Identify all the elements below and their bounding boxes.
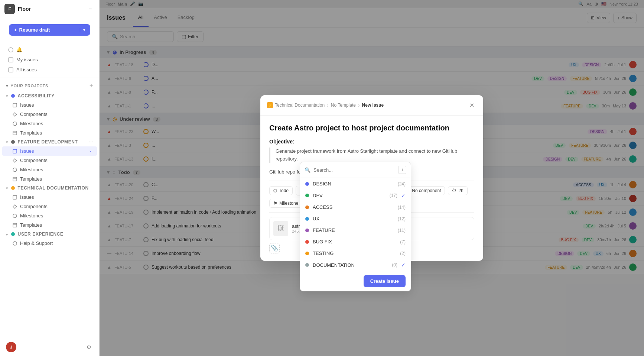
templates-icon bbox=[13, 131, 17, 135]
feature-templates-icon bbox=[13, 177, 17, 181]
project-techdoc-header[interactable]: ▾ TECHNICAL DOCUMENTATION bbox=[0, 184, 99, 192]
sidebar-item-accessibility-milestones[interactable]: Milestones bbox=[2, 119, 97, 128]
feature-more-icon[interactable]: ··· bbox=[89, 140, 93, 144]
sidebar-actions: ≡ bbox=[86, 4, 95, 13]
modal-close-button[interactable]: ✕ bbox=[467, 100, 477, 110]
svg-rect-7 bbox=[13, 149, 17, 153]
sidebar-item-feature-templates[interactable]: Templates bbox=[2, 174, 97, 184]
sidebar-item-feature-components[interactable]: Components bbox=[2, 156, 97, 165]
breadcrumb-template[interactable]: No Template bbox=[331, 103, 356, 108]
milestone-chip[interactable]: ⚑ Milestone bbox=[269, 199, 302, 208]
estimate-chip[interactable]: ⏱ 2h bbox=[448, 186, 467, 195]
project-techdoc-label: TECHNICAL DOCUMENTATION bbox=[18, 185, 89, 191]
status-chip[interactable]: Todo bbox=[269, 186, 293, 195]
plus-icon: + bbox=[14, 27, 17, 33]
label-item-testing[interactable]: TESTING (2) bbox=[300, 247, 411, 259]
sidebar-nav: 🔔 My issues All issues bbox=[0, 42, 99, 78]
label-item-feature[interactable]: FEATURE (11) bbox=[300, 224, 411, 236]
my-issues-icon bbox=[8, 57, 13, 62]
feature-dot bbox=[305, 229, 309, 232]
objective-label: Objective: bbox=[269, 139, 474, 145]
label-name-access: ACCESS bbox=[313, 204, 394, 210]
feature-issues-label: Issues bbox=[20, 148, 34, 154]
project-accessibility-header[interactable]: ▾ ACCESSIBILITY bbox=[0, 91, 99, 100]
sidebar-item-accessibility-templates[interactable]: Templates bbox=[2, 128, 97, 137]
label-item-access[interactable]: ACCESS (14) bbox=[300, 201, 411, 213]
techdoc-milestones-icon bbox=[13, 214, 17, 218]
workspace-avatar: F bbox=[4, 4, 15, 14]
attachment-thumb: 🖼 bbox=[273, 221, 288, 236]
sidebar-item-techdoc-components[interactable]: Components bbox=[2, 202, 97, 211]
modal-body: Create Astro project to host project doc… bbox=[260, 116, 483, 261]
resume-draft-button[interactable]: + Resume draft ▾ bbox=[9, 24, 90, 36]
techdoc-issues-label: Issues bbox=[20, 194, 34, 200]
sidebar-item-feature-issues[interactable]: Issues › bbox=[2, 146, 97, 156]
objective-text: Generate project framework from Astro St… bbox=[269, 148, 474, 163]
label-search-input[interactable] bbox=[313, 167, 395, 173]
chevron-down-icon[interactable]: ▾ bbox=[80, 28, 85, 32]
sidebar-item-feature-milestones[interactable]: Milestones bbox=[2, 165, 97, 174]
status-dot bbox=[273, 189, 277, 192]
techdoc-components-label: Components bbox=[20, 204, 48, 209]
sidebar-item-my-issues[interactable]: My issues bbox=[2, 55, 97, 65]
project-feature-label: FEATURE DEVELOPMENT bbox=[18, 139, 78, 145]
sidebar-menu-icon[interactable]: ≡ bbox=[86, 4, 95, 13]
label-name-dev: DEV bbox=[313, 193, 386, 198]
sidebar-item-notifications[interactable]: 🔔 bbox=[2, 45, 97, 55]
label-item-dev[interactable]: DEV (17) ✓ bbox=[300, 190, 411, 201]
components-icon bbox=[13, 112, 17, 117]
modal-overlay[interactable]: ⚡ Technical Documentation › No Template … bbox=[100, 0, 644, 356]
main-content: Floor Main 🎤 📷 🔍 Aa ◑ 🇺🇸 New York 11:23 … bbox=[100, 0, 644, 356]
sidebar-item-accessibility-components[interactable]: Components bbox=[2, 110, 97, 119]
help-icon bbox=[13, 241, 17, 246]
feature-issues-icon bbox=[13, 149, 17, 153]
resume-btn-label: Resume draft bbox=[19, 27, 50, 33]
svg-rect-11 bbox=[13, 195, 17, 199]
label-count-testing: (2) bbox=[400, 251, 406, 256]
modal-title[interactable]: Create Astro project to host project doc… bbox=[269, 123, 474, 133]
bell-icon bbox=[8, 47, 13, 52]
svg-point-0 bbox=[9, 48, 13, 52]
label-item-design[interactable]: DESIGN (24) bbox=[300, 178, 411, 190]
add-project-icon[interactable]: + bbox=[90, 82, 93, 89]
project-ux-header[interactable]: ▸ USER EXPERIENCE bbox=[0, 230, 99, 239]
label-name-ux: UX bbox=[313, 216, 394, 221]
label-count-bugfix: (7) bbox=[400, 239, 406, 245]
sidebar-item-all-issues[interactable]: All issues bbox=[2, 65, 97, 75]
project-accessibility-label: ACCESSIBILITY bbox=[18, 93, 55, 98]
access-dot bbox=[305, 205, 309, 209]
sidebar: F Floor ≡ + Resume draft ▾ 🔔 My issues A… bbox=[0, 0, 100, 356]
add-attachment-button[interactable]: 📎 bbox=[269, 243, 280, 253]
your-projects-header[interactable]: ▾ YOUR PROJECTS + bbox=[0, 80, 99, 91]
label-item-bugfix[interactable]: BUG FIX (7) bbox=[300, 236, 411, 247]
sidebar-item-techdoc-milestones[interactable]: Milestones bbox=[2, 211, 97, 220]
resume-btn-main: + Resume draft bbox=[14, 27, 78, 33]
label-search-bar: 🔍 + bbox=[300, 162, 411, 178]
sidebar-item-accessibility-issues[interactable]: Issues bbox=[2, 100, 97, 110]
sidebar-bottom-icons: ⚙ bbox=[84, 343, 93, 352]
breadcrumb-current: New issue bbox=[362, 103, 384, 108]
feature-components-icon bbox=[13, 158, 17, 163]
add-label-button[interactable]: + bbox=[398, 166, 406, 174]
label-item-documentation[interactable]: DOCUMENTATION (0) ✓ bbox=[300, 259, 411, 261]
sidebar-item-techdoc-templates[interactable]: Templates bbox=[2, 220, 97, 230]
settings-icon[interactable]: ⚙ bbox=[84, 343, 93, 352]
your-projects-label: YOUR PROJECTS bbox=[11, 84, 48, 88]
search-icon: 🔍 bbox=[305, 167, 310, 173]
feature-issues-arrow: › bbox=[90, 149, 91, 153]
ux-dot bbox=[11, 232, 15, 236]
sidebar-item-techdoc-issues[interactable]: Issues bbox=[2, 192, 97, 202]
feature-templates-label: Templates bbox=[20, 176, 42, 182]
help-label: Help & Support bbox=[20, 240, 53, 246]
my-issues-label: My issues bbox=[16, 57, 38, 62]
sidebar-item-ux-help[interactable]: Help & Support bbox=[2, 239, 97, 248]
sidebar-header: F Floor ≡ bbox=[0, 0, 99, 18]
svg-point-8 bbox=[13, 168, 17, 172]
breadcrumb-project[interactable]: ⚡ Technical Documentation bbox=[267, 102, 325, 108]
label-dropdown: 🔍 + DESIGN (24) DEV (17) bbox=[300, 162, 411, 261]
svg-rect-13 bbox=[13, 223, 17, 227]
modal-header: ⚡ Technical Documentation › No Template … bbox=[260, 95, 483, 116]
project-feature-header[interactable]: ▾ FEATURE DEVELOPMENT ··· bbox=[0, 137, 99, 146]
label-item-ux[interactable]: UX (12) bbox=[300, 213, 411, 224]
feature-collapse-icon: ▾ bbox=[6, 140, 8, 144]
